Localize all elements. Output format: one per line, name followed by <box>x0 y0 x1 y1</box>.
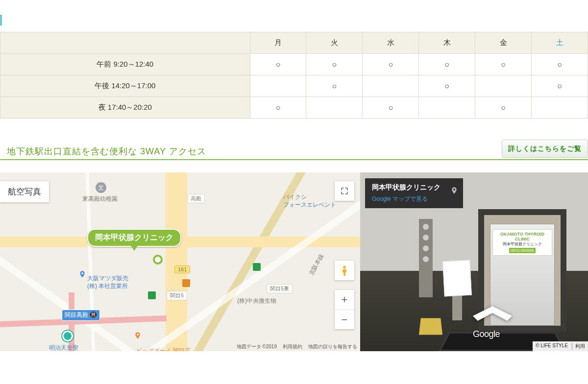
table-row: 午後 14:20～17:00 ○ ○ ○ <box>0 75 588 97</box>
schedule-corner <box>0 32 250 54</box>
day-thu: 木 <box>419 32 475 54</box>
tactile-paving <box>419 318 442 335</box>
streetview-credit: © LIFE STYLE 利用 <box>533 341 588 351</box>
poi-emperor1: 明治天皇聖 <box>49 344 78 351</box>
station-green-icon[interactable] <box>62 331 73 341</box>
pin-icon <box>450 185 458 197</box>
shop-pin-icon[interactable] <box>78 270 86 281</box>
map-data-text: 地図データ ©2019 <box>237 343 277 350</box>
elevator-sign: OKAMOTO THYROID CLINIC 岡本甲状腺クリニック 0570-5… <box>492 229 552 256</box>
section-divider <box>0 0 588 32</box>
access-title: 地下鉄駅出口直結を含む便利な 3WAY アクセス <box>7 145 206 157</box>
row-afternoon-label: 午後 14:20～17:00 <box>0 75 250 97</box>
google-logo: Google <box>473 329 500 339</box>
pegman-icon <box>339 264 350 277</box>
fullscreen-button[interactable] <box>335 181 354 201</box>
access-heading: 地下鉄駅出口直結を含む便利な 3WAY アクセス 詳しくはこちらをご覧 <box>0 145 588 160</box>
zoom-control: + − <box>335 290 354 329</box>
street-view[interactable]: OKAMOTO THYROID CLINIC 岡本甲状腺クリニック 0570-5… <box>360 172 588 351</box>
zoom-out-button[interactable]: − <box>335 310 354 329</box>
map-report-link[interactable]: 地図の誤りを報告する <box>308 343 357 350</box>
zoom-in-button[interactable]: + <box>335 290 354 310</box>
day-fri: 金 <box>475 32 532 54</box>
day-tue: 火 <box>306 32 363 54</box>
table-row: 午前 9:20～12:40 ○ ○ ○ ○ ○ ○ <box>0 54 588 75</box>
convenience-icon <box>148 291 156 299</box>
poi-bigboy: ビッグボーイ 関目店 <box>136 347 191 351</box>
convenience-icon <box>182 279 190 287</box>
schedule-table: 月 火 水 木 金 土 午前 9:20～12:40 ○ ○ ○ ○ ○ ○ 午後… <box>0 32 588 119</box>
row-night-label: 夜 17:40～20:20 <box>0 97 250 119</box>
details-button[interactable]: 詳しくはこちらをご覧 <box>502 140 588 158</box>
school-icon: 文 <box>96 182 106 193</box>
day-mon: 月 <box>250 32 306 54</box>
clinic-marker-dot <box>153 255 163 264</box>
row-morning-label: 午前 9:20～12:40 <box>0 54 250 75</box>
poi-force: フォースエレベント <box>283 201 336 209</box>
route-label-5e: 関目5東 <box>267 284 293 293</box>
route-label-5: 関目5 <box>167 291 187 300</box>
poi-school: 東高殿幼稚園 <box>82 195 118 203</box>
restaurant-pin-icon[interactable] <box>134 332 142 342</box>
route-label-161: 161 <box>174 265 190 273</box>
route-label-takadono: 高殿 <box>187 194 205 203</box>
convenience-icon <box>253 263 261 271</box>
clinic-marker[interactable]: 岡本甲状腺クリニック <box>87 229 181 247</box>
streetview-title-card: 岡本甲状腺クリニック Google マップで見る <box>365 178 463 208</box>
notice-board <box>442 260 472 297</box>
pegman-button[interactable] <box>335 261 354 280</box>
day-wed: 水 <box>363 32 419 54</box>
aerial-button[interactable]: 航空写真 <box>0 181 49 202</box>
table-row: 夜 17:40～20:20 ○ ○ ○ <box>0 97 588 119</box>
elevator-panel <box>419 219 433 297</box>
map-attribution: 地図データ ©2019 利用規約 地図の誤りを報告する <box>237 343 357 350</box>
streetview-terms-link[interactable]: 利用 <box>572 343 585 350</box>
poi-mazda2: (株) 本社営業所 <box>87 282 128 290</box>
map-terms-link[interactable]: 利用規約 <box>283 343 302 350</box>
station-sekime[interactable]: 関目高殿 🚇 <box>62 310 100 321</box>
day-sat: 土 <box>532 32 588 54</box>
poi-bike: バイクシ <box>283 193 307 201</box>
svg-point-0 <box>343 266 346 269</box>
poi-bio: (株)中央微生物 <box>237 297 276 305</box>
poi-mazda1: 大阪マツダ販売 <box>87 274 128 283</box>
streetview-title: 岡本甲状腺クリニック <box>372 183 456 192</box>
streetview-nav-arrow[interactable] <box>473 306 512 321</box>
open-in-maps-link[interactable]: Google マップで見る <box>372 195 456 203</box>
fullscreen-icon <box>340 187 349 195</box>
google-map[interactable]: 文 東高殿幼稚園 バイクシ フォースエレベント 大阪マツダ販売 (株) 本社営業… <box>0 172 360 351</box>
